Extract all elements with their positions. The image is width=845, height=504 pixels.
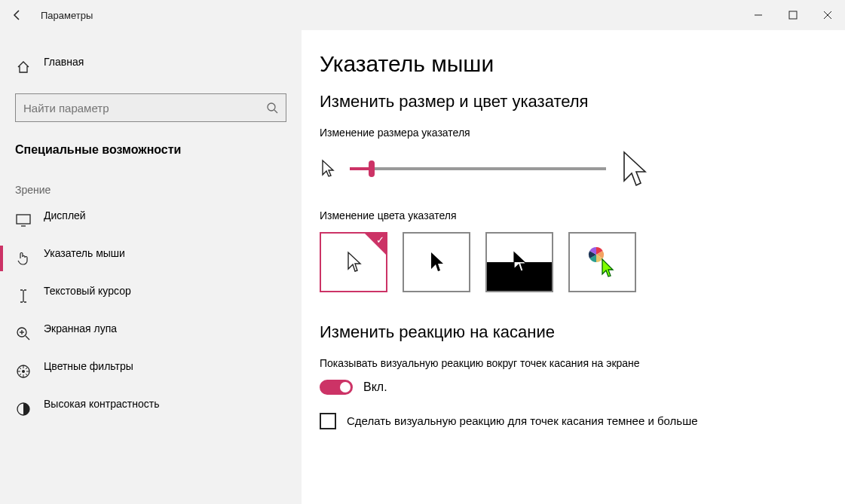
page-title: Указатель мыши bbox=[320, 51, 827, 77]
sidebar-item-color-filters[interactable]: Цветные фильтры bbox=[0, 353, 302, 390]
close-icon bbox=[823, 11, 832, 20]
color-wheel-icon bbox=[15, 363, 32, 380]
toggle-state-label: Вкл. bbox=[363, 380, 387, 394]
sidebar-home[interactable]: Главная bbox=[0, 48, 302, 86]
sidebar-item-high-contrast[interactable]: Высокая контрастность bbox=[0, 390, 302, 428]
search-input-box[interactable] bbox=[15, 93, 286, 122]
pointer-size-slider[interactable] bbox=[350, 167, 606, 170]
section-heading-touch: Изменить реакцию на касание bbox=[320, 322, 827, 342]
touch-feedback-label: Показывать визуальную реакцию вокруг точ… bbox=[320, 357, 827, 369]
minimize-icon bbox=[754, 11, 763, 20]
magnifier-plus-icon bbox=[15, 325, 32, 342]
search-input[interactable] bbox=[23, 102, 266, 115]
sidebar: Главная Специальные возможности Зрение Д… bbox=[0, 30, 302, 504]
svg-line-9 bbox=[26, 336, 29, 340]
pointer-small-icon bbox=[320, 158, 336, 179]
section-heading-size-color: Изменить размер и цвет указателя bbox=[320, 92, 827, 111]
text-cursor-icon bbox=[15, 288, 32, 304]
svg-line-3 bbox=[274, 110, 277, 113]
maximize-icon bbox=[788, 11, 798, 20]
sidebar-item-label: Высокая контрастность bbox=[44, 398, 286, 410]
pointer-hand-icon bbox=[15, 250, 32, 267]
touch-feedback-toggle[interactable] bbox=[320, 380, 353, 395]
sidebar-item-label: Указатель мыши bbox=[44, 247, 286, 259]
color-option-inverted[interactable] bbox=[485, 232, 553, 292]
slider-thumb[interactable] bbox=[369, 160, 375, 177]
pointer-large-icon bbox=[620, 149, 650, 188]
color-wheel-cursor-icon bbox=[586, 246, 619, 279]
color-option-custom[interactable] bbox=[568, 232, 636, 292]
contrast-icon bbox=[15, 401, 32, 417]
sidebar-item-display[interactable]: Дисплей bbox=[0, 202, 302, 240]
main-content: Указатель мыши Изменить размер и цвет ук… bbox=[302, 30, 845, 504]
pointer-color-label: Изменение цвета указателя bbox=[320, 209, 827, 221]
monitor-icon bbox=[15, 212, 32, 229]
sidebar-item-label: Текстовый курсор bbox=[44, 285, 286, 297]
window-title: Параметры bbox=[41, 10, 93, 21]
search-icon bbox=[266, 102, 278, 114]
maximize-button[interactable] bbox=[776, 0, 810, 30]
check-icon: ✓ bbox=[376, 234, 384, 246]
home-icon bbox=[15, 59, 32, 75]
color-option-black[interactable] bbox=[403, 232, 470, 292]
sidebar-item-label: Дисплей bbox=[44, 209, 286, 221]
black-cursor-icon bbox=[427, 250, 445, 274]
sidebar-home-label: Главная bbox=[44, 56, 84, 68]
sidebar-item-label: Цветные фильтры bbox=[44, 360, 286, 372]
sidebar-item-label: Экранная лупа bbox=[44, 322, 286, 334]
back-button[interactable] bbox=[0, 0, 35, 30]
inverted-cursor-icon bbox=[510, 250, 528, 274]
sidebar-item-magnifier[interactable]: Экранная лупа bbox=[0, 315, 302, 353]
darker-feedback-checkbox[interactable] bbox=[320, 413, 336, 429]
arrow-left-icon bbox=[11, 9, 23, 21]
sidebar-item-mouse-pointer[interactable]: Указатель мыши bbox=[0, 240, 302, 277]
pointer-size-label: Изменение размера указателя bbox=[320, 127, 827, 139]
color-option-white[interactable]: ✓ bbox=[320, 232, 387, 292]
minimize-button[interactable] bbox=[741, 0, 776, 30]
svg-point-11 bbox=[22, 370, 25, 373]
darker-feedback-label: Сделать визуальную реакцию для точек кас… bbox=[347, 413, 698, 429]
sidebar-category: Специальные возможности bbox=[0, 137, 302, 178]
pointer-color-options: ✓ bbox=[320, 232, 827, 292]
sidebar-item-text-cursor[interactable]: Текстовый курсор bbox=[0, 277, 302, 315]
titlebar: Параметры bbox=[0, 0, 845, 30]
svg-point-2 bbox=[268, 103, 275, 111]
sidebar-group-label: Зрение bbox=[0, 178, 302, 202]
svg-rect-1 bbox=[789, 11, 797, 19]
white-cursor-icon bbox=[344, 250, 363, 274]
svg-rect-4 bbox=[17, 215, 30, 224]
close-button[interactable] bbox=[810, 0, 845, 30]
